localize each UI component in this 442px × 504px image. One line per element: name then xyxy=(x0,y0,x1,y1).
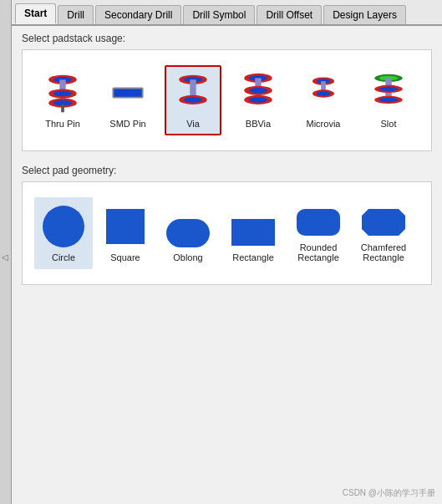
pad-geometry-box: Circle Square Oblong xyxy=(22,181,432,285)
svg-point-19 xyxy=(249,88,267,94)
padstack-item-bbvia[interactable]: BBVia xyxy=(230,65,287,135)
padstack-usage-label: Select padstack usage: xyxy=(22,33,432,44)
tab-drill-symbol[interactable]: Drill Symbol xyxy=(183,5,255,24)
square-shape xyxy=(104,204,146,249)
via-icon xyxy=(171,72,215,115)
padstack-item-smd-pin[interactable]: SMD Pin xyxy=(99,65,156,135)
svg-rect-9 xyxy=(114,89,141,96)
via-label: Via xyxy=(186,119,200,129)
square-label: Square xyxy=(110,252,140,262)
tab-start[interactable]: Start xyxy=(15,3,56,24)
microvia-icon xyxy=(302,72,345,115)
rounded-rectangle-label: RoundedRectangle xyxy=(297,242,339,262)
svg-point-34 xyxy=(43,206,84,247)
padstack-item-slot[interactable]: Slot xyxy=(360,65,417,135)
smd-pin-label: SMD Pin xyxy=(109,119,145,129)
pad-geometry-label: Select pad geometry: xyxy=(22,165,432,176)
padstack-usage-box: Thru Pin SMD Pin xyxy=(22,49,432,151)
padstack-item-thru-pin[interactable]: Thru Pin xyxy=(34,65,91,135)
rectangle-shape xyxy=(230,216,277,249)
tab-secondary-drill[interactable]: Secondary Drill xyxy=(95,5,181,24)
padstack-row: Thru Pin SMD Pin xyxy=(31,59,423,142)
rectangle-label: Rectangle xyxy=(232,252,274,262)
slot-icon xyxy=(367,72,410,115)
svg-point-33 xyxy=(379,98,398,103)
bbvia-icon xyxy=(236,72,280,115)
oblong-label: Oblong xyxy=(173,252,202,262)
pad-item-oblong[interactable]: Oblong xyxy=(158,211,218,269)
rounded-rectangle-shape xyxy=(295,206,342,239)
pad-item-rounded-rectangle[interactable]: RoundedRectangle xyxy=(288,199,348,269)
pad-item-square[interactable]: Square xyxy=(98,197,153,269)
svg-point-21 xyxy=(249,97,267,103)
svg-point-26 xyxy=(317,91,331,96)
pad-row: Circle Square Oblong xyxy=(31,191,423,276)
chamfered-rectangle-label: ChamferedRectangle xyxy=(361,242,406,262)
oblong-shape xyxy=(165,217,211,249)
svg-point-31 xyxy=(379,87,398,92)
circle-label: Circle xyxy=(52,252,75,262)
thru-pin-label: Thru Pin xyxy=(45,119,80,129)
tab-design-layers[interactable]: Design Layers xyxy=(323,5,406,24)
tab-drill[interactable]: Drill xyxy=(58,5,94,24)
padstack-item-microvia[interactable]: Microvia xyxy=(295,65,352,135)
slot-label: Slot xyxy=(381,119,397,129)
svg-marker-39 xyxy=(362,209,405,236)
chamfered-rectangle-shape xyxy=(360,206,407,239)
svg-rect-38 xyxy=(297,209,340,236)
svg-rect-36 xyxy=(166,219,210,247)
watermark: CSDN @小陈的学习手册 xyxy=(343,487,435,499)
smd-pin-icon xyxy=(106,72,150,115)
tab-drill-offset[interactable]: Drill Offset xyxy=(257,5,322,24)
resize-arrow: ◁ xyxy=(2,252,8,262)
bbvia-label: BBVia xyxy=(246,119,271,129)
padstack-usage-section: Select padstack usage: xyxy=(12,26,442,158)
circle-shape xyxy=(41,204,86,249)
svg-point-4 xyxy=(53,91,72,97)
padstack-item-via[interactable]: Via xyxy=(165,65,221,135)
svg-rect-35 xyxy=(106,209,145,244)
pad-item-rectangle[interactable]: Rectangle xyxy=(223,209,283,269)
svg-rect-7 xyxy=(61,104,64,112)
thru-pin-icon xyxy=(41,72,84,115)
pad-geometry-section: Select pad geometry: Circle Square xyxy=(12,158,442,292)
svg-point-14 xyxy=(184,97,202,103)
pad-item-circle[interactable]: Circle xyxy=(34,197,93,269)
microvia-label: Microvia xyxy=(307,119,341,129)
tabs-bar: Start Drill Secondary Drill Drill Symbol… xyxy=(12,0,442,26)
pad-item-chamfered-rectangle[interactable]: ChamferedRectangle xyxy=(353,199,414,269)
resize-bar[interactable]: ◁ xyxy=(0,0,12,504)
svg-rect-37 xyxy=(231,219,275,246)
